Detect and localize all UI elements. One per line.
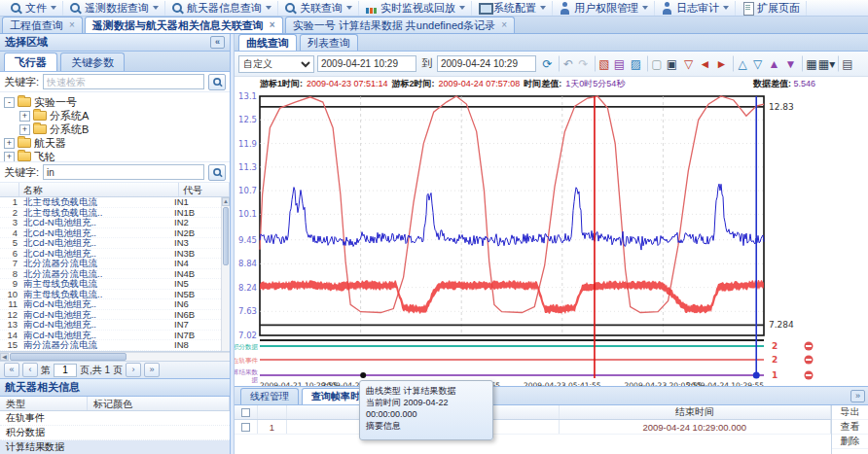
legend-icon[interactable]: ▦ (802, 55, 818, 72)
table-row[interactable]: 14 南Cd-N电池组充.. IN7B (0, 331, 221, 341)
bottom-collapse-icon[interactable]: » (850, 390, 865, 402)
tree-expander-icon[interactable]: + (4, 152, 15, 162)
tab-engineering-value-query[interactable]: 工程值查询 × (2, 17, 83, 33)
close-icon[interactable]: × (501, 20, 507, 30)
search-button[interactable] (208, 74, 226, 90)
pan-right-icon[interactable]: ► (713, 55, 730, 72)
print-icon[interactable]: ▤ (838, 55, 854, 72)
table-row[interactable]: 11 南Cd-N电池组充.. IN6 (0, 299, 221, 310)
zoom-x-out-icon[interactable]: ▽ (680, 55, 697, 72)
tree-node-spacecraft[interactable]: + 航天器 (0, 136, 230, 150)
list-item[interactable]: 在轨事件 (0, 411, 230, 426)
menu-spacecraft-info-query[interactable]: 航天器信息查询 (165, 1, 278, 16)
tree-node-flywheel[interactable]: + 飞轮 (0, 150, 230, 162)
column-header-name[interactable]: 名称 (19, 183, 179, 196)
table-row[interactable]: 10 南主母线负载电流.. IN5B (0, 290, 221, 300)
time-preset-select[interactable]: 自定义 (238, 55, 314, 73)
menu-file[interactable]: 文件 (4, 1, 63, 16)
date-to-input[interactable] (437, 55, 536, 72)
clear-icon[interactable]: ▢ (647, 55, 664, 72)
table-row[interactable]: 1 北主母线负载电流 IN1 (0, 197, 221, 208)
page-input[interactable] (54, 364, 77, 377)
table-row[interactable]: 6 北Cd-N电池组充.. IN3B (0, 249, 221, 260)
table-row[interactable]: 15 南分流器分流电流 IN8 (0, 340, 221, 351)
close-icon[interactable]: × (270, 20, 275, 30)
table-row[interactable]: 3 北Cd-N电池组充.. IN2 (0, 218, 221, 228)
action-export[interactable]: 导出 (832, 405, 868, 420)
table-row[interactable]: 5 北Cd-N电池组充.. IN3 (0, 238, 221, 249)
column-header-type[interactable]: 类型 (0, 397, 88, 410)
tree-expander-icon[interactable]: + (19, 124, 30, 135)
legend-menu-icon[interactable]: ▦▾ (818, 55, 835, 72)
main-tab-curve-query[interactable]: 曲线查询 (238, 34, 297, 51)
search-button[interactable] (208, 164, 226, 181)
table-row[interactable]: 4 北Cd-N电池组充.. IN2B (0, 228, 221, 239)
list-item[interactable]: 积分数据 (0, 426, 230, 440)
redo-icon[interactable]: ↷ (575, 55, 592, 72)
tooltip-time-label: 当前时间 (366, 398, 401, 407)
prev-page-button[interactable]: ‹ (22, 363, 38, 377)
undo-icon[interactable]: ↶ (559, 55, 575, 72)
mark-icon[interactable]: ▣ (664, 55, 680, 72)
pan-left-icon[interactable]: ◄ (697, 55, 713, 72)
tree-search-input[interactable] (43, 74, 204, 89)
zoom-y-out-icon[interactable]: △ (733, 55, 749, 72)
table-row[interactable]: 8 北分流器分流电流.. IN4B (0, 269, 221, 280)
tree-expander-icon[interactable]: - (4, 97, 15, 108)
row-checkbox[interactable] (241, 423, 250, 432)
refresh-icon[interactable]: ⟳ (539, 55, 556, 72)
table-row[interactable]: 13 南Cd-N电池组充.. IN7 (0, 320, 221, 331)
select-all-checkbox[interactable] (241, 408, 250, 417)
table-row[interactable]: 9 南主母线负载电流 IN5 (0, 279, 221, 290)
first-page-button[interactable]: « (4, 363, 19, 377)
main-tab-list-query[interactable]: 列表查询 (300, 34, 358, 51)
param-search-input[interactable] (43, 164, 204, 180)
image-icon[interactable]: ▨ (628, 55, 644, 72)
export-image-icon[interactable]: ▤ (611, 55, 628, 72)
table-row[interactable]: 12 南Cd-N电池组充.. IN6B (0, 310, 221, 321)
tree-node-subsystem-a[interactable]: + 分系统A (0, 109, 230, 122)
table-row[interactable]: 2 北主母线负载电流.. IN1B (0, 208, 221, 219)
menu-telemetry-data-query[interactable]: 遥测数据查询 (63, 1, 165, 16)
tab-telemetry-related-query[interactable]: 遥测数据与航天器相关信息关联查询 × (85, 17, 283, 33)
date-from-input[interactable] (317, 55, 416, 72)
close-icon[interactable]: × (69, 20, 75, 30)
horizontal-scrollbar[interactable]: ◀ (0, 352, 230, 361)
tree-node-shiyan-1[interactable]: - 实验一号 (0, 95, 230, 109)
menu-related-query[interactable]: 关联查询 (278, 1, 359, 16)
scrollbar-thumb[interactable] (10, 353, 127, 361)
action-view[interactable]: 查看 (832, 420, 868, 435)
scroll-left-icon[interactable]: ◀ (0, 353, 9, 361)
pan-up-icon[interactable]: ▲ (766, 55, 782, 72)
last-page-button[interactable]: » (144, 363, 160, 377)
menu-system-config[interactable]: 系统配置 (472, 1, 553, 16)
menu-extended-page[interactable]: 扩展页面 (736, 1, 807, 16)
scroll-up-icon[interactable]: ▲ (222, 197, 230, 206)
table-row[interactable]: 7 北分流器分流电流 IN4 (0, 259, 221, 269)
table-row[interactable]: 1 2009-04-21 10:29:00.000 2009-04-24 10:… (235, 420, 831, 435)
tree-expander-icon[interactable]: + (19, 111, 30, 122)
sidebar-tab-key-params[interactable]: 关键参数 (60, 52, 125, 71)
next-page-button[interactable]: › (126, 363, 141, 377)
menu-log-audit[interactable]: 日志审计 (655, 1, 736, 16)
tree-node-subsystem-b[interactable]: + 分系统B (0, 122, 230, 136)
zoom-y-in-icon[interactable]: ▽ (749, 55, 766, 72)
column-header-color[interactable]: 标记颜色 (88, 397, 230, 410)
scrollbar-thumb[interactable] (223, 207, 229, 265)
pan-down-icon[interactable]: ▼ (782, 55, 799, 72)
menu-label: 系统配置 (493, 1, 536, 16)
vertical-scrollbar[interactable]: ▲ (221, 197, 230, 351)
list-item[interactable]: 计算结果数据 (0, 440, 230, 454)
snapshot-icon[interactable]: ▧ (595, 55, 611, 72)
menu-user-permission[interactable]: 用户权限管理 (553, 1, 655, 16)
menu-realtime-monitor-playback[interactable]: 实时监视或回放 (359, 1, 472, 16)
telemetry-chart[interactable]: 13.112.511.911.310.710.19.458.848.247.63… (235, 90, 868, 386)
sidebar-tab-aircraft[interactable]: 飞行器 (4, 52, 57, 71)
column-header-code[interactable]: 代号 (179, 183, 230, 196)
bottom-tab-thread-manage[interactable]: 线程管理 (240, 388, 299, 404)
tab-exp1-calc-result[interactable]: 实验一号 计算结果数据 共undefined条记录 × (285, 17, 515, 33)
column-header-end-time[interactable]: 结束时间 (560, 405, 832, 419)
sidebar-collapse-icon[interactable]: « (210, 36, 225, 49)
action-delete[interactable]: 删除 (832, 435, 868, 449)
tree-expander-icon[interactable]: + (4, 138, 15, 149)
